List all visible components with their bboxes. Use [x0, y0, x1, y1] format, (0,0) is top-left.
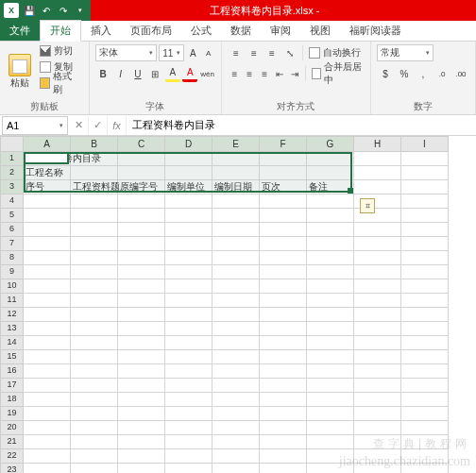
- cell[interactable]: [307, 322, 354, 336]
- cell[interactable]: [354, 166, 401, 180]
- cell[interactable]: [212, 251, 260, 265]
- cell[interactable]: [71, 464, 118, 473]
- cell[interactable]: [307, 166, 354, 180]
- name-box[interactable]: A1▾: [2, 116, 68, 135]
- cell[interactable]: [307, 209, 354, 223]
- cell[interactable]: [165, 265, 212, 279]
- cell[interactable]: [24, 251, 71, 265]
- cell[interactable]: [212, 265, 260, 279]
- cell[interactable]: [401, 194, 449, 209]
- enter-icon[interactable]: ✓: [89, 116, 108, 135]
- cell[interactable]: [71, 407, 118, 421]
- cell[interactable]: [401, 209, 449, 223]
- align-left-button[interactable]: ≡: [228, 65, 242, 82]
- row-header[interactable]: 4: [0, 194, 24, 209]
- worksheet-grid[interactable]: ABCDEFGHI1工程资料卷内目录2工程名称3序号工程资料题原编字号编制单位编…: [0, 136, 476, 473]
- cell[interactable]: [71, 152, 118, 166]
- cell[interactable]: [354, 364, 401, 379]
- cell[interactable]: [24, 449, 71, 464]
- cell[interactable]: [71, 435, 118, 449]
- cell[interactable]: [354, 251, 401, 265]
- cell[interactable]: [260, 279, 307, 294]
- cell[interactable]: [307, 152, 354, 166]
- cell[interactable]: [260, 393, 307, 407]
- cell[interactable]: [118, 435, 165, 449]
- cell[interactable]: [401, 322, 449, 336]
- cell[interactable]: [118, 166, 165, 180]
- row-header[interactable]: 15: [0, 350, 24, 364]
- row-header[interactable]: 16: [0, 364, 24, 379]
- column-header[interactable]: E: [212, 136, 260, 152]
- cell[interactable]: [24, 393, 71, 407]
- cell[interactable]: [165, 209, 212, 223]
- row-header[interactable]: 8: [0, 251, 24, 265]
- cell[interactable]: [71, 336, 118, 350]
- indent-dec-button[interactable]: ⇤: [273, 65, 287, 82]
- cell[interactable]: [354, 350, 401, 364]
- tab-file[interactable]: 文件: [0, 21, 40, 41]
- font-color-button[interactable]: A: [182, 65, 197, 82]
- phonetic-button[interactable]: wén: [199, 65, 214, 82]
- cell[interactable]: [307, 407, 354, 421]
- cancel-icon[interactable]: ✕: [70, 116, 89, 135]
- cell[interactable]: [24, 308, 71, 322]
- cell[interactable]: [118, 336, 165, 350]
- cell[interactable]: [165, 379, 212, 393]
- cell[interactable]: [307, 294, 354, 308]
- cell[interactable]: [307, 336, 354, 350]
- cell[interactable]: [71, 265, 118, 279]
- cell[interactable]: [260, 449, 307, 464]
- cell[interactable]: [71, 223, 118, 237]
- cell[interactable]: [212, 209, 260, 223]
- cell[interactable]: [260, 194, 307, 209]
- cell[interactable]: 页次: [260, 180, 307, 194]
- tab-foxit[interactable]: 福昕阅读器: [340, 21, 411, 41]
- cell[interactable]: [307, 279, 354, 294]
- select-all-corner[interactable]: [0, 136, 24, 152]
- undo-icon[interactable]: ↶: [40, 4, 53, 17]
- column-header[interactable]: B: [71, 136, 118, 152]
- cell[interactable]: [165, 237, 212, 251]
- cell[interactable]: [212, 379, 260, 393]
- cell[interactable]: [401, 421, 449, 435]
- cell[interactable]: [401, 152, 449, 166]
- cell[interactable]: [24, 407, 71, 421]
- cell[interactable]: [401, 294, 449, 308]
- orientation-button[interactable]: ⤡: [281, 44, 298, 61]
- cell[interactable]: [401, 237, 449, 251]
- row-header[interactable]: 13: [0, 322, 24, 336]
- cell[interactable]: [401, 350, 449, 364]
- cell[interactable]: [118, 421, 165, 435]
- cell[interactable]: [118, 209, 165, 223]
- cell[interactable]: [260, 265, 307, 279]
- cell[interactable]: [212, 166, 260, 180]
- cell[interactable]: [401, 251, 449, 265]
- tab-data[interactable]: 数据: [221, 21, 261, 41]
- column-header[interactable]: H: [354, 136, 401, 152]
- cell[interactable]: [118, 449, 165, 464]
- cell[interactable]: [71, 194, 118, 209]
- cell[interactable]: [307, 251, 354, 265]
- column-header[interactable]: D: [165, 136, 212, 152]
- cell[interactable]: [401, 407, 449, 421]
- row-header[interactable]: 11: [0, 294, 24, 308]
- formula-input[interactable]: [127, 116, 476, 135]
- row-header[interactable]: 3: [0, 180, 24, 194]
- cell[interactable]: [401, 336, 449, 350]
- cell[interactable]: [118, 265, 165, 279]
- column-header[interactable]: A: [24, 136, 71, 152]
- qat-more-icon[interactable]: ▾: [74, 4, 87, 17]
- row-header[interactable]: 2: [0, 166, 24, 180]
- column-header[interactable]: G: [307, 136, 354, 152]
- grow-font-button[interactable]: A: [186, 44, 199, 61]
- cell[interactable]: [165, 464, 212, 473]
- cell[interactable]: [165, 223, 212, 237]
- app-icon[interactable]: X: [4, 3, 19, 18]
- cell[interactable]: [354, 279, 401, 294]
- cell[interactable]: [24, 237, 71, 251]
- row-header[interactable]: 6: [0, 223, 24, 237]
- cell[interactable]: [118, 152, 165, 166]
- cell[interactable]: [354, 223, 401, 237]
- cell[interactable]: [118, 251, 165, 265]
- cell[interactable]: [71, 209, 118, 223]
